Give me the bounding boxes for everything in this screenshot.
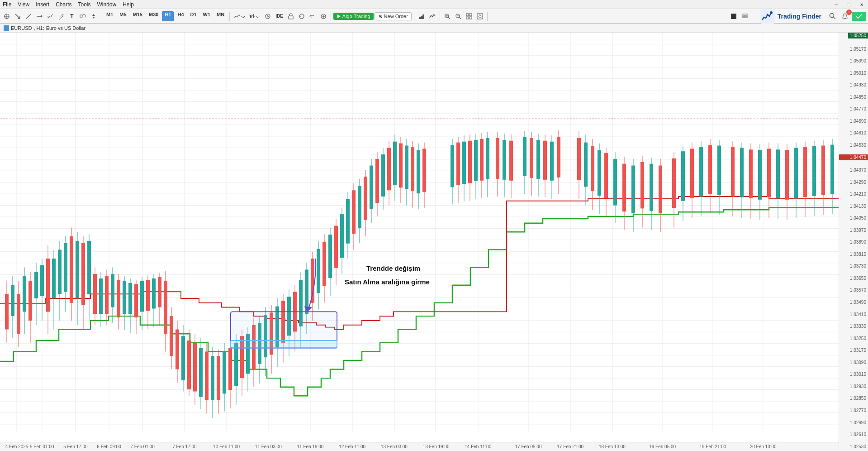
time-label: 17 Feb 05:00 — [515, 444, 542, 449]
svg-rect-159 — [181, 336, 185, 380]
svg-point-10 — [83, 14, 85, 17]
arrow-tool[interactable] — [13, 11, 23, 22]
svg-rect-245 — [456, 143, 460, 185]
chart-objects-button[interactable] — [740, 11, 750, 22]
tf-h4[interactable]: H4 — [175, 11, 186, 21]
price-label: 1.03890 — [839, 240, 868, 245]
price-label: 1.05090 — [839, 58, 868, 63]
price-label: 1.03250 — [839, 336, 868, 341]
tf-m15[interactable]: M15 — [130, 11, 145, 21]
chart-svg — [0, 33, 839, 442]
current-price-label: 1.04470 — [839, 154, 868, 160]
time-label: 7 Feb 01:00 — [130, 444, 154, 449]
fit-chart-button[interactable] — [475, 11, 485, 22]
price-label: 1.04770 — [839, 106, 868, 111]
menu-view[interactable]: View — [18, 1, 29, 8]
notifications-button[interactable]: 1 — [840, 11, 850, 22]
tf-m1[interactable]: M1 — [104, 11, 116, 21]
color-scheme-button[interactable] — [729, 11, 739, 22]
crosshair-tool[interactable] — [2, 11, 12, 22]
svg-rect-121 — [70, 236, 73, 303]
svg-rect-293 — [650, 164, 653, 211]
svg-rect-253 — [480, 139, 484, 181]
template-button[interactable] — [318, 11, 328, 22]
sep3 — [331, 12, 331, 21]
svg-rect-331 — [830, 145, 834, 195]
svg-rect-135 — [111, 274, 114, 307]
depth-button[interactable] — [417, 11, 427, 22]
svg-rect-41 — [760, 9, 775, 24]
ide-button[interactable]: IDE — [274, 11, 285, 22]
line-study-tool[interactable] — [263, 11, 273, 22]
text-tool[interactable]: T — [67, 11, 77, 22]
lock-button[interactable] — [286, 11, 296, 22]
tf-mn[interactable]: MN — [214, 11, 227, 21]
tf-h1[interactable]: H1 — [162, 11, 174, 21]
tf-d1[interactable]: D1 — [188, 11, 199, 21]
time-label: 13 Feb 03:00 — [381, 444, 408, 449]
svg-rect-109 — [34, 272, 38, 298]
svg-rect-113 — [46, 259, 50, 312]
zoom-in-button[interactable] — [442, 11, 452, 22]
svg-rect-243 — [451, 145, 454, 187]
chart-canvas[interactable]: Trendde değişim Satın Alma aralığına gir… — [0, 33, 839, 442]
svg-line-44 — [834, 17, 836, 19]
menu-charts[interactable]: Charts — [56, 1, 71, 8]
svg-rect-125 — [81, 243, 85, 305]
indicators-button[interactable] — [427, 11, 437, 22]
svg-rect-141 — [128, 283, 132, 314]
minimize-button[interactable]: ─ — [830, 0, 843, 9]
time-label: 5 Feb 01:00 — [30, 444, 54, 449]
search-button[interactable] — [827, 11, 838, 22]
svg-rect-309 — [731, 147, 735, 197]
notification-badge: 1 — [846, 10, 852, 15]
menu-file[interactable]: File — [3, 1, 11, 8]
svg-rect-103 — [17, 294, 20, 334]
refresh-button[interactable] — [297, 11, 307, 22]
price-label: 1.03170 — [839, 348, 868, 353]
price-label: 1.03730 — [839, 264, 868, 269]
svg-rect-177 — [234, 343, 238, 386]
grid-view-button[interactable] — [464, 11, 474, 22]
svg-rect-165 — [199, 348, 203, 397]
chart-style-selector[interactable] — [247, 11, 262, 22]
price-axis: 1.05250 1.05170 1.05090 1.05010 1.04930 … — [839, 33, 868, 451]
chart-type-selector[interactable] — [232, 11, 247, 22]
svg-rect-221 — [364, 177, 367, 220]
tf-m5[interactable]: M5 — [117, 11, 129, 21]
algo-trading-button[interactable]: Algo Trading — [333, 13, 374, 20]
sep2 — [229, 12, 230, 21]
svg-rect-161 — [187, 341, 191, 389]
time-label: 6 Feb 09:00 — [97, 444, 121, 449]
tf-w1[interactable]: W1 — [200, 11, 213, 21]
more-tools[interactable] — [89, 11, 99, 22]
chart-area[interactable]: 1.05250 — [0, 33, 868, 451]
menu-help[interactable]: Help — [123, 1, 134, 8]
zoom-out-button[interactable] — [453, 11, 463, 22]
price-label: 1.04290 — [839, 180, 868, 185]
line-tool[interactable] — [24, 11, 33, 22]
svg-rect-99 — [5, 294, 9, 329]
menu-window[interactable]: Window — [97, 1, 117, 8]
shapes-tool[interactable] — [78, 11, 88, 22]
maximize-button[interactable]: □ — [843, 0, 855, 9]
menu-insert[interactable]: Insert — [36, 1, 49, 8]
price-label: 1.03330 — [839, 324, 868, 329]
new-order-button[interactable]: New Order — [375, 12, 412, 20]
chart-timeframe: , H1: — [33, 25, 44, 31]
tf-m30[interactable]: M30 — [146, 11, 161, 21]
close-button[interactable]: ✕ — [855, 0, 868, 9]
symbol-name: EURUSD — [11, 25, 32, 31]
time-label: 17 Feb 21:00 — [557, 444, 583, 449]
time-label: 13 Feb 19:00 — [423, 444, 450, 449]
svg-rect-169 — [211, 356, 214, 400]
time-label: 18 Feb 13:00 — [599, 444, 626, 449]
svg-rect-111 — [40, 265, 44, 296]
svg-rect-167 — [205, 351, 209, 400]
svg-rect-291 — [640, 162, 644, 209]
channel-tool[interactable] — [45, 11, 55, 22]
menu-tools[interactable]: Tools — [78, 1, 91, 8]
hline-tool[interactable] — [34, 11, 44, 22]
pencil-tool[interactable] — [56, 11, 66, 22]
undo-button[interactable] — [308, 11, 318, 22]
